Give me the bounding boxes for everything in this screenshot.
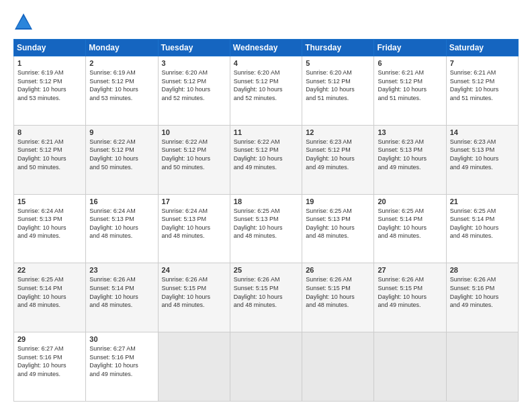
- day-number: 28: [450, 266, 515, 274]
- day-info: Sunrise: 6:26 AM Sunset: 5:15 PM Dayligh…: [234, 275, 298, 309]
- calendar-cell: [374, 332, 446, 402]
- day-info: Sunrise: 6:24 AM Sunset: 5:13 PM Dayligh…: [89, 207, 154, 240]
- day-info: Sunrise: 6:25 AM Sunset: 5:14 PM Dayligh…: [378, 207, 442, 240]
- calendar-week-2: 8Sunrise: 6:21 AM Sunset: 5:12 PM Daylig…: [14, 125, 519, 194]
- day-number: 15: [17, 197, 82, 205]
- day-number: 19: [306, 197, 370, 205]
- day-info: Sunrise: 6:22 AM Sunset: 5:12 PM Dayligh…: [89, 138, 154, 171]
- day-number: 6: [378, 59, 442, 67]
- calendar-header-friday: Friday: [374, 40, 446, 56]
- day-info: Sunrise: 6:25 AM Sunset: 5:14 PM Dayligh…: [450, 207, 515, 240]
- day-number: 9: [89, 128, 154, 136]
- calendar-body: 1Sunrise: 6:19 AM Sunset: 5:12 PM Daylig…: [14, 56, 519, 402]
- day-info: Sunrise: 6:21 AM Sunset: 5:12 PM Dayligh…: [450, 68, 515, 102]
- calendar-cell: 8Sunrise: 6:21 AM Sunset: 5:12 PM Daylig…: [14, 125, 86, 194]
- day-number: 20: [378, 197, 442, 205]
- day-info: Sunrise: 6:20 AM Sunset: 5:12 PM Dayligh…: [306, 68, 370, 102]
- calendar-cell: 25Sunrise: 6:26 AM Sunset: 5:15 PM Dayli…: [230, 263, 302, 332]
- day-info: Sunrise: 6:25 AM Sunset: 5:14 PM Dayligh…: [17, 275, 82, 309]
- day-number: 27: [378, 266, 442, 274]
- day-number: 16: [89, 197, 154, 205]
- calendar-cell: [230, 332, 302, 402]
- calendar-cell: 21Sunrise: 6:25 AM Sunset: 5:14 PM Dayli…: [446, 194, 518, 263]
- calendar-cell: 9Sunrise: 6:22 AM Sunset: 5:12 PM Daylig…: [86, 125, 158, 194]
- day-info: Sunrise: 6:27 AM Sunset: 5:16 PM Dayligh…: [89, 345, 154, 378]
- day-number: 23: [89, 266, 154, 274]
- day-number: 24: [162, 266, 226, 274]
- day-number: 13: [378, 128, 442, 136]
- day-info: Sunrise: 6:21 AM Sunset: 5:12 PM Dayligh…: [378, 68, 442, 102]
- day-info: Sunrise: 6:25 AM Sunset: 5:13 PM Dayligh…: [306, 207, 370, 240]
- day-info: Sunrise: 6:20 AM Sunset: 5:12 PM Dayligh…: [234, 68, 298, 102]
- calendar-cell: 24Sunrise: 6:26 AM Sunset: 5:15 PM Dayli…: [158, 263, 230, 332]
- day-number: 1: [17, 59, 82, 67]
- calendar-cell: 13Sunrise: 6:23 AM Sunset: 5:13 PM Dayli…: [374, 125, 446, 194]
- day-info: Sunrise: 6:24 AM Sunset: 5:13 PM Dayligh…: [162, 207, 226, 240]
- day-info: Sunrise: 6:20 AM Sunset: 5:12 PM Dayligh…: [162, 68, 226, 102]
- logo-icon: [13, 12, 34, 32]
- calendar-cell: 5Sunrise: 6:20 AM Sunset: 5:12 PM Daylig…: [302, 56, 374, 126]
- calendar-cell: 19Sunrise: 6:25 AM Sunset: 5:13 PM Dayli…: [302, 194, 374, 263]
- calendar-cell: 15Sunrise: 6:24 AM Sunset: 5:13 PM Dayli…: [14, 194, 86, 263]
- calendar-week-3: 15Sunrise: 6:24 AM Sunset: 5:13 PM Dayli…: [14, 194, 519, 263]
- day-info: Sunrise: 6:27 AM Sunset: 5:16 PM Dayligh…: [17, 345, 82, 378]
- svg-marker-1: [16, 16, 31, 28]
- calendar-header-sunday: Sunday: [14, 40, 86, 56]
- day-info: Sunrise: 6:26 AM Sunset: 5:15 PM Dayligh…: [306, 275, 370, 309]
- day-info: Sunrise: 6:22 AM Sunset: 5:12 PM Dayligh…: [234, 138, 298, 171]
- day-info: Sunrise: 6:23 AM Sunset: 5:13 PM Dayligh…: [378, 138, 442, 171]
- day-info: Sunrise: 6:23 AM Sunset: 5:12 PM Dayligh…: [306, 138, 370, 171]
- calendar-cell: 18Sunrise: 6:25 AM Sunset: 5:13 PM Dayli…: [230, 194, 302, 263]
- day-info: Sunrise: 6:19 AM Sunset: 5:12 PM Dayligh…: [17, 68, 82, 102]
- calendar-cell: 7Sunrise: 6:21 AM Sunset: 5:12 PM Daylig…: [446, 56, 518, 126]
- calendar-week-4: 22Sunrise: 6:25 AM Sunset: 5:14 PM Dayli…: [14, 263, 519, 332]
- calendar-cell: 28Sunrise: 6:26 AM Sunset: 5:16 PM Dayli…: [446, 263, 518, 332]
- day-number: 25: [234, 266, 298, 274]
- calendar-cell: 23Sunrise: 6:26 AM Sunset: 5:14 PM Dayli…: [86, 263, 158, 332]
- calendar-cell: 26Sunrise: 6:26 AM Sunset: 5:15 PM Dayli…: [302, 263, 374, 332]
- day-info: Sunrise: 6:19 AM Sunset: 5:12 PM Dayligh…: [89, 68, 154, 102]
- day-info: Sunrise: 6:24 AM Sunset: 5:13 PM Dayligh…: [17, 207, 82, 240]
- calendar-cell: 30Sunrise: 6:27 AM Sunset: 5:16 PM Dayli…: [86, 332, 158, 402]
- day-info: Sunrise: 6:25 AM Sunset: 5:13 PM Dayligh…: [234, 207, 298, 240]
- calendar-cell: 11Sunrise: 6:22 AM Sunset: 5:12 PM Dayli…: [230, 125, 302, 194]
- day-number: 11: [234, 128, 298, 136]
- day-info: Sunrise: 6:26 AM Sunset: 5:16 PM Dayligh…: [450, 275, 515, 309]
- day-number: 4: [234, 59, 298, 67]
- calendar-cell: 27Sunrise: 6:26 AM Sunset: 5:15 PM Dayli…: [374, 263, 446, 332]
- calendar-cell: 2Sunrise: 6:19 AM Sunset: 5:12 PM Daylig…: [86, 56, 158, 126]
- calendar-header-tuesday: Tuesday: [158, 40, 230, 56]
- calendar-cell: 1Sunrise: 6:19 AM Sunset: 5:12 PM Daylig…: [14, 56, 86, 126]
- calendar-table: SundayMondayTuesdayWednesdayThursdayFrid…: [13, 39, 519, 402]
- calendar-week-1: 1Sunrise: 6:19 AM Sunset: 5:12 PM Daylig…: [14, 56, 519, 126]
- calendar-cell: [446, 332, 518, 402]
- calendar-cell: [302, 332, 374, 402]
- day-number: 18: [234, 197, 298, 205]
- day-number: 8: [17, 128, 82, 136]
- calendar-cell: 16Sunrise: 6:24 AM Sunset: 5:13 PM Dayli…: [86, 194, 158, 263]
- day-number: 30: [89, 335, 154, 343]
- calendar-cell: 14Sunrise: 6:23 AM Sunset: 5:13 PM Dayli…: [446, 125, 518, 194]
- day-info: Sunrise: 6:23 AM Sunset: 5:13 PM Dayligh…: [450, 138, 515, 171]
- day-number: 22: [17, 266, 82, 274]
- calendar-cell: 17Sunrise: 6:24 AM Sunset: 5:13 PM Dayli…: [158, 194, 230, 263]
- day-number: 17: [162, 197, 226, 205]
- calendar-cell: 3Sunrise: 6:20 AM Sunset: 5:12 PM Daylig…: [158, 56, 230, 126]
- day-number: 14: [450, 128, 515, 136]
- header: [13, 12, 519, 32]
- calendar-cell: 22Sunrise: 6:25 AM Sunset: 5:14 PM Dayli…: [14, 263, 86, 332]
- day-info: Sunrise: 6:21 AM Sunset: 5:12 PM Dayligh…: [17, 138, 82, 171]
- day-number: 3: [162, 59, 226, 67]
- day-info: Sunrise: 6:26 AM Sunset: 5:15 PM Dayligh…: [378, 275, 442, 309]
- day-number: 29: [17, 335, 82, 343]
- day-number: 7: [450, 59, 515, 67]
- day-number: 21: [450, 197, 515, 205]
- day-info: Sunrise: 6:22 AM Sunset: 5:12 PM Dayligh…: [162, 138, 226, 171]
- logo: [13, 12, 36, 32]
- calendar-cell: 20Sunrise: 6:25 AM Sunset: 5:14 PM Dayli…: [374, 194, 446, 263]
- calendar-header-wednesday: Wednesday: [230, 40, 302, 56]
- calendar-cell: 10Sunrise: 6:22 AM Sunset: 5:12 PM Dayli…: [158, 125, 230, 194]
- day-number: 26: [306, 266, 370, 274]
- calendar-cell: [158, 332, 230, 402]
- day-number: 12: [306, 128, 370, 136]
